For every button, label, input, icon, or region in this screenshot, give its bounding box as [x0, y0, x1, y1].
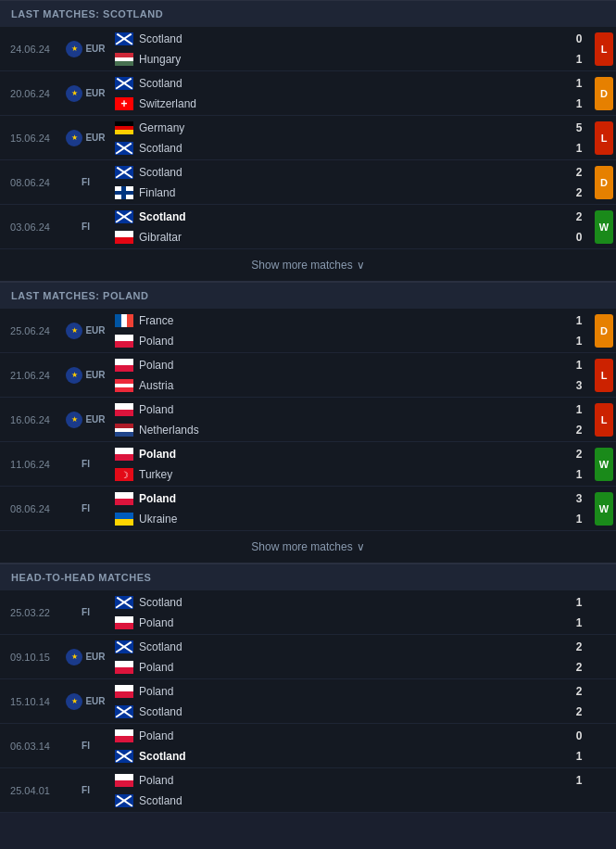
score-team2: 1 [566, 138, 592, 158]
match-row[interactable]: 03.06.24 FI Scotland Gibraltar 2 0 [0, 205, 616, 249]
team-row-1: Scotland [111, 592, 566, 613]
match-date: 08.06.24 [0, 160, 60, 204]
flag-team1 [115, 77, 133, 90]
team-name-2: Turkey [139, 468, 172, 481]
scotland-section-header: LAST MATCHES: SCOTLAND [0, 0, 616, 27]
score-team2: 1 [566, 509, 592, 529]
scotland-show-more[interactable]: Show more matches ∨ [0, 249, 616, 282]
flag-team1 [115, 640, 133, 653]
match-date: 25.04.01 [0, 768, 60, 812]
flag-team1 [115, 774, 133, 787]
team-row-1: Poland [111, 681, 566, 702]
eur-icon: ★ [66, 323, 82, 339]
result-badge-area [592, 635, 616, 678]
chevron-down-icon: ∨ [357, 259, 365, 272]
result-badge-area: L [592, 398, 616, 441]
score-team1: 0 [566, 29, 592, 49]
score-team2: 1 [566, 746, 592, 767]
team-name-2: Switzerland [139, 97, 196, 110]
team-row-2: Austria [111, 375, 566, 396]
team-name-2: Finland [139, 186, 175, 199]
team-row-2: Scotland [111, 138, 566, 158]
result-badge: W [595, 492, 613, 526]
team-row-1: Poland [111, 770, 566, 791]
match-row[interactable]: 25.03.22 FI Scotland Poland 1 1 [0, 590, 616, 635]
match-scores: 2 2 [566, 679, 592, 723]
score-team2: 3 [566, 375, 592, 396]
match-teams: Poland Turkey [111, 442, 566, 486]
match-scores: 3 1 [566, 487, 592, 530]
flag-team2 [115, 468, 133, 481]
team-name-1: Poland [139, 359, 173, 372]
result-badge: L [595, 403, 613, 437]
match-row[interactable]: 09.10.15 ★ EUR Scotland Poland 2 2 [0, 635, 616, 679]
result-badge: W [595, 210, 613, 244]
team-row-1: Scotland [111, 207, 566, 227]
team-name-1: Germany [139, 121, 184, 134]
match-comp: ★ EUR [60, 116, 111, 159]
poland-show-more[interactable]: Show more matches ∨ [0, 531, 616, 564]
team-name-1: Scotland [139, 166, 182, 179]
score-team1: 2 [566, 444, 592, 464]
match-comp: ★ EUR [60, 309, 111, 352]
team-row-1: France [111, 310, 566, 331]
comp-label: FI [82, 177, 90, 187]
team-name-2: Poland [139, 335, 173, 348]
match-scores: 1 [566, 768, 592, 812]
match-row[interactable]: 08.06.24 FI Scotland Finland 2 2 [0, 160, 616, 205]
flag-team1 [115, 210, 133, 223]
match-comp: FI [60, 160, 111, 204]
match-row[interactable]: 06.03.14 FI Poland Scotland 0 1 [0, 724, 616, 768]
team-row-1: Scotland [111, 29, 566, 49]
match-teams: Poland Ukraine [111, 487, 566, 530]
match-scores: 2 1 [566, 442, 592, 486]
comp-label: EUR [85, 696, 105, 706]
match-row[interactable]: 20.06.24 ★ EUR Scotland Switzerland 1 1 [0, 71, 616, 116]
flag-team2 [115, 705, 133, 718]
poland-show-more-label: Show more matches [251, 540, 352, 553]
eur-icon: ★ [66, 130, 82, 146]
result-badge-area [592, 768, 616, 812]
team-name-1: Poland [139, 448, 176, 461]
team-name-1: Scotland [139, 596, 182, 609]
comp-label: EUR [85, 414, 105, 424]
match-scores: 1 3 [566, 353, 592, 397]
score-team1: 2 [566, 162, 592, 183]
eur-icon: ★ [66, 693, 82, 710]
match-row[interactable]: 16.06.24 ★ EUR Poland Netherlands 1 2 [0, 398, 616, 442]
result-badge: L [595, 32, 613, 66]
team-name-1: Scotland [139, 77, 182, 90]
match-row[interactable]: 25.06.24 ★ EUR France Poland 1 1 [0, 309, 616, 353]
team-row-1: Poland [111, 355, 566, 375]
match-date: 09.10.15 [0, 635, 60, 678]
match-row[interactable]: 15.06.24 ★ EUR Germany Scotland 5 1 [0, 116, 616, 160]
flag-team2 [115, 97, 133, 110]
comp-label: FI [82, 459, 90, 469]
score-team2: 0 [566, 227, 592, 247]
team-row-1: Scotland [111, 637, 566, 657]
match-row[interactable]: 08.06.24 FI Poland Ukraine 3 1 [0, 487, 616, 531]
flag-team2 [115, 231, 133, 244]
team-name-2: Hungary [139, 53, 181, 66]
result-badge-area: L [592, 353, 616, 397]
team-row-2: Netherlands [111, 420, 566, 440]
result-badge-area: W [592, 487, 616, 530]
match-teams: Scotland Hungary [111, 27, 566, 70]
match-comp: ★ EUR [60, 635, 111, 678]
match-row[interactable]: 24.06.24 ★ EUR Scotland Hungary 0 1 [0, 27, 616, 71]
match-row[interactable]: 15.10.14 ★ EUR Poland Scotland 2 2 [0, 679, 616, 724]
match-teams: Scotland Finland [111, 160, 566, 204]
result-badge: L [595, 121, 613, 155]
score-team1: 0 [566, 726, 592, 746]
match-comp: FI [60, 205, 111, 248]
match-row[interactable]: 21.06.24 ★ EUR Poland Austria 1 3 [0, 353, 616, 398]
comp-label: FI [82, 222, 90, 232]
result-badge: L [595, 359, 613, 392]
score-team2: 1 [566, 613, 592, 633]
match-row[interactable]: 11.06.24 FI Poland Turkey 2 1 [0, 442, 616, 487]
match-row[interactable]: 25.04.01 FI Poland Scotland 1 [0, 768, 616, 813]
flag-team2 [115, 661, 133, 674]
match-date: 20.06.24 [0, 71, 60, 115]
comp-label: EUR [85, 133, 105, 143]
team-row-1: Poland [111, 444, 566, 464]
